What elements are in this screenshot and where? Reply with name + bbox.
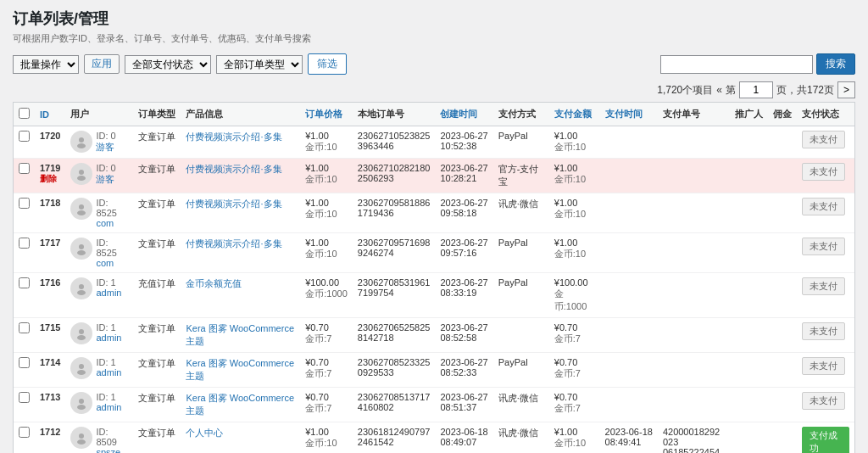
row-checkbox[interactable] xyxy=(19,163,30,174)
bulk-action-select[interactable]: 批量操作 xyxy=(13,55,79,74)
row-checkbox[interactable] xyxy=(19,238,30,249)
cell-pay-no: 4200001829202306185222454826 xyxy=(658,422,730,454)
status-badge: 未支付 xyxy=(802,238,845,255)
cell-order-type: 文童订单 xyxy=(133,233,181,273)
table-row: 1719删除ID: 0游客文童订单付费视频演示介绍·多集¥1.00金币:1023… xyxy=(14,159,854,193)
col-header-pay-no: 支付单号 xyxy=(658,103,730,126)
apply-button[interactable]: 应用 xyxy=(84,54,120,74)
page-number-input[interactable] xyxy=(739,81,773,98)
row-checkbox[interactable] xyxy=(19,427,30,438)
select-all-checkbox[interactable] xyxy=(19,108,30,119)
col-header-pay-amount[interactable]: 支付金额 xyxy=(549,103,600,126)
cell-pay-amount: ¥1.00金币:10 xyxy=(549,422,600,454)
cell-commission xyxy=(768,318,797,353)
cell-id: 1714 xyxy=(35,353,65,388)
cell-pay-no xyxy=(658,353,730,388)
svg-point-5 xyxy=(77,210,86,215)
cell-local-order: 230627102821802506293 xyxy=(353,159,436,193)
cell-referrer xyxy=(730,273,768,318)
cell-product[interactable]: 付费视频演示介绍·多集 xyxy=(181,126,300,159)
cell-commission xyxy=(768,422,797,454)
cell-order-type: 充值订单 xyxy=(133,273,181,318)
cell-referrer xyxy=(730,233,768,273)
cell-status: 未支付 xyxy=(797,388,854,422)
row-checkbox[interactable] xyxy=(19,198,30,209)
cell-order-type: 文童订单 xyxy=(133,318,181,353)
cell-pay-amount: ¥0.70金币:7 xyxy=(549,318,600,353)
cell-status: 未支付 xyxy=(797,233,854,273)
cell-user: ID: 8525com xyxy=(65,233,133,273)
cell-user: ID: 1admin xyxy=(65,318,133,353)
cell-create-time: 2023-06-1808:49:07 xyxy=(435,422,492,454)
cell-pay-time xyxy=(600,159,658,193)
cell-referrer xyxy=(730,159,768,193)
search-input[interactable] xyxy=(660,55,813,74)
cell-price: ¥100.00金币:1000 xyxy=(300,273,353,318)
cell-payment-method: 讯虎·微信 xyxy=(493,388,549,422)
svg-point-14 xyxy=(79,399,84,404)
row-checkbox[interactable] xyxy=(19,357,30,368)
col-header-product: 产品信息 xyxy=(181,103,300,126)
cell-commission xyxy=(768,353,797,388)
cell-status: 未支付 xyxy=(797,273,854,318)
cell-user: ID: 1admin xyxy=(65,273,133,318)
status-badge: 未支付 xyxy=(802,163,845,181)
cell-product[interactable]: 个人中心 xyxy=(181,422,300,454)
cell-pay-time xyxy=(600,233,658,273)
next-page-button[interactable]: > xyxy=(837,81,855,98)
cell-referrer xyxy=(730,422,768,454)
page-title: 订单列表/管理 xyxy=(13,8,855,29)
cell-price: ¥0.70金币:7 xyxy=(300,318,353,353)
cell-product[interactable]: 金币余额充值 xyxy=(181,273,300,318)
col-header-create-time[interactable]: 创建时间 xyxy=(435,103,492,126)
cell-payment-method: PayPal xyxy=(493,273,549,318)
page-suffix-label: 页，共172页 xyxy=(776,83,834,98)
cell-product[interactable]: Kera 图雾 WooCommerce 主题 xyxy=(181,318,300,353)
cell-user: ID: 0游客 xyxy=(65,159,133,193)
cell-local-order: 230627085319617199754 xyxy=(353,273,436,318)
cell-price: ¥1.00金币:10 xyxy=(300,422,353,454)
table-row: 1720ID: 0游客文童订单付费视频演示介绍·多集¥1.00金币:102306… xyxy=(14,126,854,159)
row-checkbox[interactable] xyxy=(19,277,30,288)
cell-product[interactable]: Kera 图雾 WooCommerce 主题 xyxy=(181,388,300,422)
cell-price: ¥1.00金币:10 xyxy=(300,126,353,159)
type-filter-select[interactable]: 全部订单类型 xyxy=(216,55,303,74)
cell-pay-amount: ¥100.00金币:1000 xyxy=(549,273,600,318)
cell-id: 1720 xyxy=(35,126,65,159)
cell-commission xyxy=(768,388,797,422)
cell-payment-method: PayPal xyxy=(493,233,549,273)
cell-status: 未支付 xyxy=(797,126,854,159)
cell-local-order: 230618124907972461542 xyxy=(353,422,436,454)
status-filter-select[interactable]: 全部支付状态 xyxy=(125,55,211,74)
table-row: 1717ID: 8525com文童订单付费视频演示介绍·多集¥1.00金币:10… xyxy=(14,233,854,273)
filter-button[interactable]: 筛选 xyxy=(308,53,347,75)
row-checkbox[interactable] xyxy=(19,392,30,403)
status-badge: 未支付 xyxy=(802,357,845,375)
search-button[interactable]: 搜索 xyxy=(816,53,855,75)
cell-product[interactable]: Kera 图雾 WooCommerce 主题 xyxy=(181,353,300,388)
col-header-id[interactable]: ID xyxy=(35,103,65,126)
status-badge: 未支付 xyxy=(802,198,845,215)
col-header-order-type: 订单类型 xyxy=(133,103,181,126)
cell-create-time: 2023-06-2708:51:37 xyxy=(435,388,492,422)
col-header-pay-time[interactable]: 支付时间 xyxy=(600,103,658,126)
row-checkbox[interactable] xyxy=(19,322,30,333)
status-badge: 未支付 xyxy=(802,131,845,148)
svg-point-12 xyxy=(79,364,84,369)
cell-product[interactable]: 付费视频演示介绍·多集 xyxy=(181,193,300,233)
col-header-price[interactable]: 订单价格 xyxy=(300,103,353,126)
table-row: 1716ID: 1admin充值订单金币余额充值¥100.00金币:100023… xyxy=(14,273,854,318)
cell-product[interactable]: 付费视频演示介绍·多集 xyxy=(181,233,300,273)
cell-pay-no xyxy=(658,318,730,353)
cell-product[interactable]: 付费视频演示介绍·多集 xyxy=(181,159,300,193)
row-checkbox[interactable] xyxy=(19,131,30,142)
cell-create-time: 2023-06-2710:28:21 xyxy=(435,159,492,193)
cell-price: ¥1.00金币:10 xyxy=(300,159,353,193)
cell-commission xyxy=(768,233,797,273)
cell-commission xyxy=(768,193,797,233)
cell-pay-time xyxy=(600,353,658,388)
total-items-label: 1,720个项目 xyxy=(657,83,713,98)
svg-point-1 xyxy=(77,143,86,148)
cell-local-order: 230627085137174160802 xyxy=(353,388,436,422)
svg-point-9 xyxy=(77,290,86,295)
